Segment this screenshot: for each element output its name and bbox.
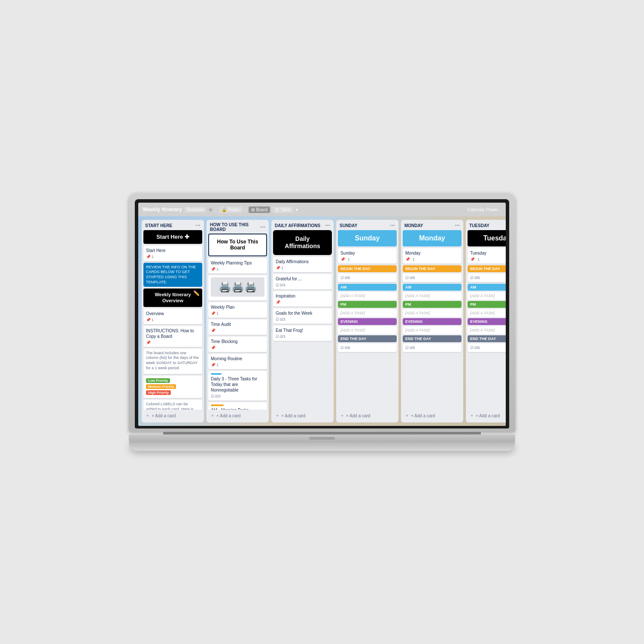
laptop-base: [129, 434, 515, 442]
section-am-sun: AM: [338, 284, 397, 291]
check-icon-2: ☑: [276, 283, 279, 287]
star-icon[interactable]: ☆: [209, 207, 213, 212]
card-am-tue[interactable]: [ADD A TASK]: [468, 292, 506, 300]
card-how-to-hero[interactable]: How To Use This Board: [208, 234, 267, 256]
plus-icon-5: ＋: [405, 413, 409, 419]
pin-icon-10: 📌: [276, 266, 280, 270]
card-eat-frog[interactable]: Eat That Frog! ☑ 0/3: [273, 325, 332, 341]
col-header-tuesday: TUESDAY ···: [466, 220, 506, 230]
section-begin-day-mon: BEGIN THE DAY: [403, 265, 462, 272]
section-evening-tue: EVENING: [468, 318, 506, 325]
chevron-down-icon[interactable]: ▾: [296, 207, 298, 212]
tuesday-header-card[interactable]: Tuesday: [468, 230, 506, 246]
card-pm-mon[interactable]: [ADD A TASK]: [403, 309, 462, 317]
board-view-btn[interactable]: ⊞ Board: [249, 207, 270, 213]
visibility-btn[interactable]: 🔒 Public: [219, 207, 242, 213]
pin-icon-8: 📌: [211, 363, 216, 367]
col-menu-sunday[interactable]: ···: [390, 222, 395, 228]
card-grateful[interactable]: Grateful for ... ☑ 0/3: [273, 274, 332, 289]
col-header-sunday: SUNDAY ···: [336, 220, 398, 230]
card-pm-tue[interactable]: [ADD A TASK]: [468, 309, 506, 317]
template-badge: Template: [185, 207, 207, 213]
card-weekly-plan[interactable]: Weekly Plan 📌 1: [208, 302, 267, 318]
card-am-morning[interactable]: AM - Morning Tasks 📌: [208, 402, 267, 410]
col-add-start-here: ＋ + Add a card: [142, 410, 204, 422]
card-review-banner[interactable]: REVIEW THE INFO ON THE CARDS BELOW TO GE…: [143, 263, 202, 287]
plus-icon-6: ＋: [470, 413, 474, 419]
progress-bar-blue: [211, 373, 222, 375]
trello-app: Weekly Itinerary Template ☆ | 🔒 Public |…: [138, 203, 506, 426]
sunday-header-card[interactable]: Sunday: [338, 230, 397, 246]
card-evening-sun[interactable]: [ADD A TASK]: [338, 326, 397, 334]
col-header-start-here: START HERE ···: [142, 220, 204, 230]
laptop-wrapper: Weekly Itinerary Template ☆ | 🔒 Public |…: [129, 193, 515, 451]
calendar-power-btn[interactable]: Calendar Power...: [468, 207, 502, 212]
card-inspiration[interactable]: Inspiration 📌: [273, 291, 332, 307]
section-end-day-mon: END THE DAY: [403, 335, 462, 342]
card-morning-routine[interactable]: Morning Routine 📌 1: [208, 354, 267, 369]
col-menu-daily-aff[interactable]: ···: [325, 222, 330, 228]
pin-icon: 📌: [146, 255, 151, 259]
card-time-audit[interactable]: Time Audit 📌: [208, 319, 267, 335]
card-start-here[interactable]: Start Here 📌 1: [143, 246, 202, 261]
section-begin-day-sun: BEGIN THE DAY: [338, 265, 397, 272]
pin-icon-5: 📌: [211, 311, 216, 316]
section-begin-day-tue: BEGIN THE DAY: [468, 265, 506, 272]
col-cards-daily-aff: Daily Affirmations Daily Affirmations 📌 …: [271, 230, 334, 410]
section-end-day-sun: END THE DAY: [338, 335, 397, 342]
card-am-mon[interactable]: [ADD A TASK]: [403, 292, 462, 300]
card-daily-aff-hero[interactable]: Daily Affirmations: [273, 230, 332, 255]
section-am-tue: AM: [468, 284, 506, 291]
card-text-columns[interactable]: The board includes one column (list) for…: [143, 349, 202, 374]
card-labels[interactable]: Low Priority Medium Priority High Priori…: [143, 376, 202, 398]
card-end-day-mon[interactable]: ☑ 0/6: [403, 343, 462, 352]
card-evening-mon[interactable]: [ADD A TASK]: [403, 326, 462, 334]
add-card-btn-monday[interactable]: ＋ + Add a card: [404, 411, 461, 420]
col-daily-aff: DAILY AFFIRMATIONS ··· Daily Affirmation…: [271, 220, 334, 422]
plus-icon-4: ＋: [340, 413, 344, 419]
col-header-monday: MONDAY ···: [401, 220, 463, 230]
card-sunday-day[interactable]: Sunday 📌 1: [338, 248, 397, 264]
card-begin-day-sun[interactable]: ☑ 0/6: [338, 273, 397, 282]
card-daily-aff-item[interactable]: Daily Affirmations 📌 1: [273, 257, 332, 272]
card-overview[interactable]: Overview 📌 1: [143, 309, 202, 324]
pin-icon-mon: 📌: [405, 257, 410, 261]
pin-icon-11: 📌: [276, 300, 280, 304]
card-am-sun[interactable]: [ADD A TASK]: [338, 292, 397, 300]
card-time-blocking[interactable]: Time Blocking 📌: [208, 337, 267, 352]
card-text-labels[interactable]: Colored LABELS can be added to each card…: [143, 400, 202, 410]
monday-header-card[interactable]: Monday: [403, 230, 462, 246]
card-weekly-overview[interactable]: Weekly Itinerary Overview ✏️: [143, 289, 202, 307]
add-card-btn-how-to[interactable]: ＋ + Add a card: [209, 411, 266, 420]
card-evening-tue[interactable]: [ADD A TASK]: [468, 326, 506, 334]
card-end-day-tue[interactable]: ☑ 0/6: [468, 343, 506, 352]
add-card-btn-start-here[interactable]: ＋ + Add a card: [144, 411, 201, 420]
card-goals[interactable]: Goals for the Week ☑ 0/3: [273, 308, 332, 324]
card-with-image[interactable]: 🖨️🖨️🖨️: [208, 275, 267, 301]
card-daily-3[interactable]: Daily 3 - Three Tasks for Today that are…: [208, 371, 267, 401]
trello-board: START HERE ··· Start Here ✚ Start Here: [138, 216, 506, 426]
col-sunday: SUNDAY ··· Sunday Sunday 📌 1 BEGI: [336, 220, 398, 422]
card-begin-day-tue[interactable]: ☑ 0/6: [468, 273, 506, 282]
add-card-btn-tuesday[interactable]: ＋ + Add a card: [468, 411, 506, 420]
col-header-daily-aff: DAILY AFFIRMATIONS ···: [271, 220, 334, 230]
card-tuesday-day[interactable]: Tuesday 📌 1: [468, 248, 506, 264]
col-menu-start-here[interactable]: ···: [195, 222, 200, 228]
col-add-daily-aff: ＋ + Add a card: [271, 410, 334, 422]
card-planning-tips[interactable]: Weekly Planning Tips 📌 1: [208, 258, 267, 273]
add-card-btn-sunday[interactable]: ＋ + Add a card: [339, 411, 396, 420]
check-icon-sun2: ☑: [340, 346, 344, 350]
table-view-btn[interactable]: ☰ Table: [273, 207, 293, 213]
card-monday-day[interactable]: Monday 📌 1: [403, 248, 462, 264]
col-cards-tuesday: Tuesday Tuesday 📌 1 BEGIN THE DAY ☑ 0/6: [466, 230, 506, 410]
col-menu-how-to[interactable]: ···: [260, 224, 265, 230]
col-add-sunday: ＋ + Add a card: [336, 410, 398, 422]
card-end-day-sun[interactable]: ☑ 0/6: [338, 343, 397, 352]
add-card-btn-daily-aff[interactable]: ＋ + Add a card: [274, 411, 331, 420]
col-menu-monday[interactable]: ···: [455, 222, 460, 228]
card-instructions[interactable]: INSTRUCTIONS: How to Copy a Board 📌: [143, 326, 202, 347]
col-how-to: HOW TO USE THIS BOARD ··· How To Use Thi…: [207, 220, 269, 422]
card-begin-day-mon[interactable]: ☑ 0/6: [403, 273, 462, 282]
card-start-here-hero[interactable]: Start Here ✚: [143, 230, 202, 244]
card-pm-sun[interactable]: [ADD A TASK]: [338, 309, 397, 317]
